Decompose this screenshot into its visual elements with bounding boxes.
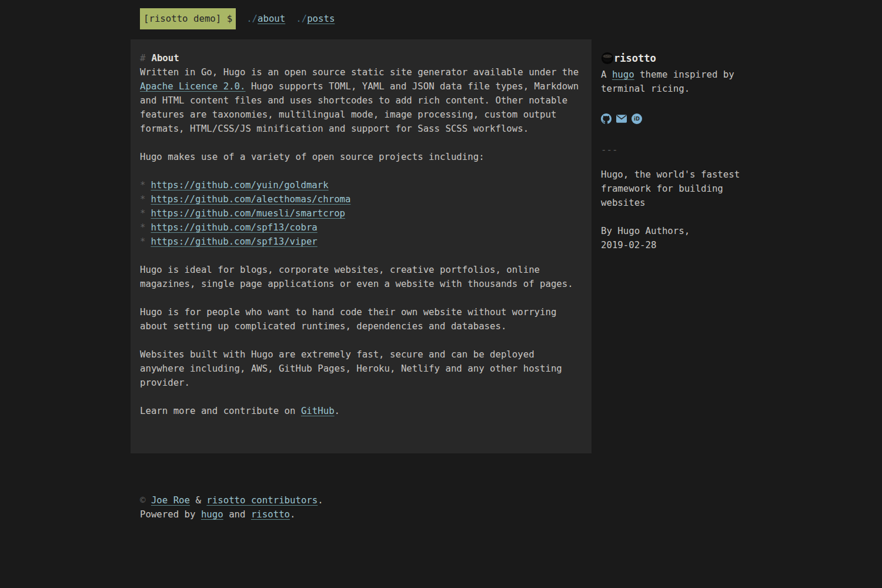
project-link-goldmark[interactable]: https://github.com/yuin/goldmark bbox=[151, 179, 328, 191]
svg-text:iD: iD bbox=[634, 116, 640, 122]
site-title-row: risotto bbox=[601, 51, 751, 65]
list-bullet: * bbox=[140, 179, 145, 191]
page-container: [risotto demo] $ ./about ./posts #About … bbox=[131, 0, 751, 522]
paragraph-handcode: Hugo is for people who want to hand code… bbox=[140, 305, 582, 333]
list-item: *https://github.com/spf13/cobra bbox=[140, 220, 582, 235]
list-item: *https://github.com/muesli/smartcrop bbox=[140, 206, 582, 220]
footer-period: . bbox=[290, 509, 295, 520]
page-title: #About bbox=[140, 51, 582, 65]
paragraph-fast: Websites built with Hugo are extremely f… bbox=[140, 348, 582, 390]
page: [risotto demo] $ ./about ./posts #About … bbox=[0, 0, 882, 588]
intro-text-before: Written in Go, Hugo is an open source st… bbox=[140, 66, 579, 78]
github-link[interactable]: GitHub bbox=[301, 405, 335, 416]
page-grid: #About Written in Go, Hugo is an open so… bbox=[131, 39, 751, 453]
learn-more-period: . bbox=[335, 405, 340, 416]
list-bullet: * bbox=[140, 236, 145, 247]
hugo-link[interactable]: hugo bbox=[612, 69, 634, 80]
footer-and-text: and bbox=[223, 509, 251, 520]
risotto-footer-link[interactable]: risotto bbox=[251, 509, 290, 520]
tagline-before: A bbox=[601, 69, 612, 80]
list-bullet: * bbox=[140, 222, 145, 233]
paragraph-ideal: Hugo is ideal for blogs, corporate websi… bbox=[140, 263, 582, 291]
site-logo-avatar bbox=[601, 52, 614, 65]
learn-more-text: Learn more and contribute on bbox=[140, 405, 301, 416]
project-link-viper[interactable]: https://github.com/spf13/viper bbox=[151, 236, 317, 247]
list-item: *https://github.com/yuin/goldmark bbox=[140, 178, 582, 192]
nav-link-about[interactable]: about bbox=[258, 13, 285, 24]
nav-link-posts[interactable]: posts bbox=[307, 13, 335, 24]
paragraph-learn-more: Learn more and contribute on GitHub. bbox=[140, 404, 582, 418]
nav-prefix: ./ bbox=[246, 13, 258, 24]
site-title: risotto bbox=[614, 51, 656, 65]
apache-licence-link[interactable]: Apache Licence 2.0. bbox=[140, 81, 245, 92]
paragraph-projects-intro: Hugo makes use of a variety of open sour… bbox=[140, 150, 582, 164]
top-nav: [risotto demo] $ ./about ./posts bbox=[131, 0, 751, 29]
project-link-cobra[interactable]: https://github.com/spf13/cobra bbox=[151, 222, 317, 233]
footer-copyright-line: © Joe Roe & risotto contributors. bbox=[140, 493, 751, 507]
content-card: #About Written in Go, Hugo is an open so… bbox=[131, 39, 592, 453]
byline-date: 2019-02-28 bbox=[601, 238, 751, 252]
orcid-icon[interactable]: iD bbox=[632, 113, 642, 124]
paragraph-intro: Written in Go, Hugo is an open source st… bbox=[140, 65, 582, 136]
copyright-symbol: © bbox=[140, 495, 151, 506]
project-link-chroma[interactable]: https://github.com/alecthomas/chroma bbox=[151, 193, 350, 205]
sidebar-byline: By Hugo Authors,2019-02-28 bbox=[601, 224, 751, 252]
github-icon[interactable] bbox=[601, 113, 612, 124]
site-prompt-badge[interactable]: [risotto demo] $ bbox=[140, 8, 236, 29]
footer-powered-line: Powered by hugo and risotto. bbox=[140, 507, 751, 522]
page-title-text: About bbox=[151, 52, 179, 64]
byline-author: By Hugo Authors, bbox=[601, 225, 690, 236]
list-item: *https://github.com/alecthomas/chroma bbox=[140, 192, 582, 206]
footer-joiner: & bbox=[190, 495, 206, 506]
footer-period: . bbox=[318, 495, 323, 506]
email-icon[interactable] bbox=[616, 115, 627, 123]
author-link[interactable]: Joe Roe bbox=[151, 495, 190, 506]
nav-prefix: ./ bbox=[296, 13, 307, 24]
nav-list: ./about ./posts bbox=[236, 8, 335, 29]
sidebar: risotto A hugo theme inspired by termina… bbox=[601, 39, 751, 252]
powered-by-text: Powered by bbox=[140, 509, 201, 520]
project-link-smartcrop[interactable]: https://github.com/muesli/smartcrop bbox=[151, 208, 345, 219]
footer: © Joe Roe & risotto contributors. Powere… bbox=[131, 493, 751, 522]
site-tagline: A hugo theme inspired by terminal ricing… bbox=[601, 68, 751, 96]
sidebar-description: Hugo, the world's fastest framework for … bbox=[601, 168, 751, 210]
contributors-link[interactable]: risotto contributors bbox=[206, 495, 318, 506]
hugo-footer-link[interactable]: hugo bbox=[201, 509, 223, 520]
list-bullet: * bbox=[140, 193, 145, 205]
project-links-list: *https://github.com/yuin/goldmark *https… bbox=[140, 178, 582, 249]
heading-hash-marker: # bbox=[140, 52, 145, 64]
social-icon-row: iD bbox=[601, 113, 751, 124]
nav-item-about[interactable]: ./about bbox=[246, 12, 285, 26]
nav-item-posts[interactable]: ./posts bbox=[296, 12, 335, 26]
list-item: *https://github.com/spf13/viper bbox=[140, 235, 582, 249]
sidebar-separator: --- bbox=[601, 143, 751, 157]
list-bullet: * bbox=[140, 208, 145, 219]
